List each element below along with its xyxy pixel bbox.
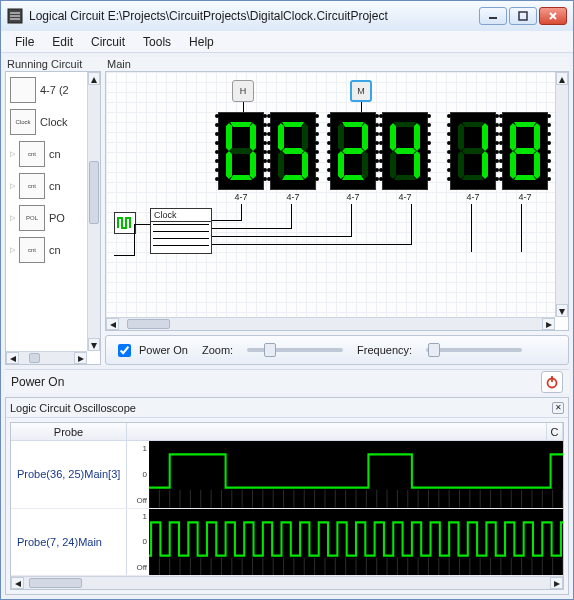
upper-pane: Running Circuit 4-7 (2 Clock Clock ▷: [5, 57, 569, 365]
maximize-button[interactable]: [509, 7, 537, 25]
chip-icon: [10, 77, 36, 103]
digit-display[interactable]: 4-7: [218, 112, 264, 202]
power-button[interactable]: [541, 371, 563, 393]
clock-block[interactable]: Clock: [150, 208, 212, 254]
scroll-down-icon[interactable]: ▾: [556, 304, 568, 317]
seven-seg-label: 4-7: [346, 192, 359, 202]
list-item[interactable]: 4-7 (2: [8, 74, 85, 106]
oscilloscope-hscroll[interactable]: ◂ ▸: [11, 576, 563, 589]
digit-display[interactable]: 4-7: [502, 112, 548, 202]
scroll-right-icon[interactable]: ▸: [542, 318, 555, 330]
probe-levels: 1 0 Off: [127, 441, 149, 508]
chip-icon: POL: [19, 205, 45, 231]
main-panel: Main H M Clock: [105, 57, 569, 365]
m-button[interactable]: M: [350, 80, 372, 102]
col-c[interactable]: C: [547, 423, 563, 440]
minimize-button[interactable]: [479, 7, 507, 25]
list-vscroll[interactable]: ▴ ▾: [87, 72, 100, 351]
zoom-slider[interactable]: [247, 348, 343, 352]
power-on-checkbox[interactable]: Power On: [114, 341, 188, 360]
app-icon: [7, 8, 23, 24]
window-title: Logical Circuit E:\Projects\CircuitProje…: [29, 9, 473, 23]
clock-source[interactable]: [114, 212, 136, 234]
list-item-label: 4-7 (2: [40, 84, 69, 96]
list-item[interactable]: ▷ cnt cn: [8, 170, 85, 202]
oscilloscope-close-icon[interactable]: ✕: [552, 402, 564, 414]
expand-icon: ▷: [10, 246, 15, 254]
level-0: 0: [129, 537, 147, 546]
oscilloscope-row: Probe(7, 24)Main 1 0 Off: [11, 509, 563, 577]
list-item[interactable]: ▷ POL PO: [8, 202, 85, 234]
waveform: [149, 441, 563, 508]
oscilloscope-header: Logic Circuit Oscilloscope ✕: [6, 398, 568, 418]
digit-display[interactable]: 4-7: [450, 112, 496, 202]
scroll-up-icon[interactable]: ▴: [88, 72, 100, 85]
oscilloscope-columns: Probe C: [11, 423, 563, 441]
menu-file[interactable]: File: [7, 33, 42, 51]
col-probe[interactable]: Probe: [11, 423, 127, 440]
seven-seg-label: 4-7: [286, 192, 299, 202]
list-item-label: cn: [49, 180, 61, 192]
chip-icon: cnt: [19, 173, 45, 199]
probe-name[interactable]: Probe(36, 25)Main[3]: [11, 441, 127, 508]
list-item[interactable]: Clock Clock: [8, 106, 85, 138]
canvas-vscroll[interactable]: ▴ ▾: [555, 72, 568, 317]
probe-name[interactable]: Probe(7, 24)Main: [11, 509, 127, 576]
canvas-hscroll[interactable]: ◂ ▸: [106, 317, 555, 330]
list-item[interactable]: ▷ cnt cn: [8, 234, 85, 266]
list-item-label: PO: [49, 212, 65, 224]
list-hscroll[interactable]: ◂ ▸: [6, 351, 87, 364]
digit-display[interactable]: 4-7: [270, 112, 316, 202]
power-on-input[interactable]: [118, 344, 131, 357]
scroll-left-icon[interactable]: ◂: [106, 318, 119, 330]
clock-label: Clock: [151, 209, 211, 222]
scroll-up-icon[interactable]: ▴: [556, 72, 568, 85]
scroll-right-icon[interactable]: ▸: [74, 352, 87, 364]
scroll-left-icon[interactable]: ◂: [6, 352, 19, 364]
level-off: Off: [129, 563, 147, 572]
close-button[interactable]: [539, 7, 567, 25]
chip-icon: Clock: [10, 109, 36, 135]
chip-icon: cnt: [19, 141, 45, 167]
digit-display[interactable]: 4-7: [382, 112, 428, 202]
scroll-down-icon[interactable]: ▾: [88, 338, 100, 351]
circuit-canvas[interactable]: H M Clock: [106, 72, 555, 317]
list-item-label: cn: [49, 148, 61, 160]
scroll-left-icon[interactable]: ◂: [11, 577, 24, 589]
svg-rect-1: [519, 12, 527, 20]
oscilloscope-row: Probe(36, 25)Main[3] 1 0 Off: [11, 441, 563, 509]
list-item-label: cn: [49, 244, 61, 256]
level-off: Off: [129, 496, 147, 505]
list-item-label: Clock: [40, 116, 68, 128]
seven-seg-label: 4-7: [398, 192, 411, 202]
seven-seg-display: [270, 112, 316, 190]
h-button[interactable]: H: [232, 80, 254, 102]
waveform: [149, 509, 563, 576]
menu-tools[interactable]: Tools: [135, 33, 179, 51]
expand-icon: ▷: [10, 150, 15, 158]
col-wave[interactable]: [127, 423, 547, 440]
canvas-wrap: H M Clock: [105, 71, 569, 331]
window-buttons: [479, 7, 567, 25]
digit-display[interactable]: 4-7: [330, 112, 376, 202]
expand-icon: ▷: [10, 182, 15, 190]
menu-help[interactable]: Help: [181, 33, 222, 51]
left-panel: Running Circuit 4-7 (2 Clock Clock ▷: [5, 57, 101, 365]
expand-icon: ▷: [10, 214, 15, 222]
menu-edit[interactable]: Edit: [44, 33, 81, 51]
probe-levels: 1 0 Off: [127, 509, 149, 576]
status-text: Power On: [11, 375, 64, 389]
left-panel-header: Running Circuit: [5, 57, 101, 71]
list-item[interactable]: ▷ cnt cn: [8, 138, 85, 170]
menu-circuit[interactable]: Circuit: [83, 33, 133, 51]
main-panel-header: Main: [105, 57, 569, 71]
seven-seg-label: 4-7: [466, 192, 479, 202]
oscilloscope-panel: Logic Circuit Oscilloscope ✕ Probe C Pro…: [5, 397, 569, 595]
statusbar: Power On: [5, 369, 569, 393]
level-1: 1: [129, 512, 147, 521]
seven-seg-label: 4-7: [518, 192, 531, 202]
frequency-slider[interactable]: [426, 348, 522, 352]
scroll-right-icon[interactable]: ▸: [550, 577, 563, 589]
frequency-label: Frequency:: [357, 344, 412, 356]
seven-seg-display: [382, 112, 428, 190]
